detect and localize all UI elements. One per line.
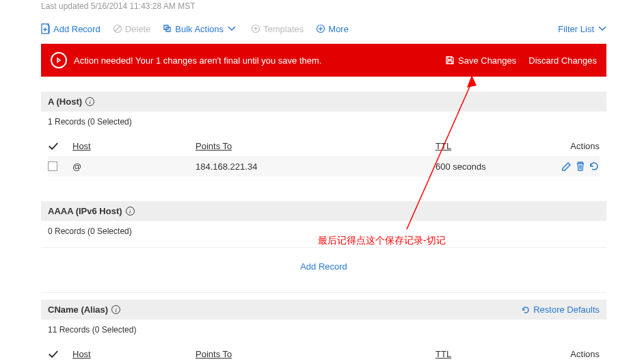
header-ttl[interactable]: TTL xyxy=(435,141,545,151)
cell-points-to: 184.168.221.34 xyxy=(196,161,435,172)
restore-defaults-label: Restore Defaults xyxy=(533,304,600,315)
cell-host: @ xyxy=(72,161,196,172)
table-header-row: Host Points To TTL Actions xyxy=(48,136,600,156)
discard-changes-label: Discard Changes xyxy=(528,55,597,66)
header-ttl[interactable]: TTL xyxy=(435,349,545,359)
discard-changes-button[interactable]: Discard Changes xyxy=(528,55,597,66)
alert-icon xyxy=(51,52,67,68)
header-actions: Actions xyxy=(545,349,600,359)
alert-banner: Action needed! Your 1 changes aren't fin… xyxy=(41,44,606,77)
revert-icon[interactable] xyxy=(586,161,600,172)
section-title: CName (Alias) xyxy=(48,304,108,315)
more-icon xyxy=(316,24,325,34)
more-button[interactable]: More xyxy=(316,24,349,34)
chevron-down-icon xyxy=(228,26,236,31)
last-updated: Last updated 5/16/2014 11:43:28 AM MST xyxy=(41,0,606,23)
header-host[interactable]: Host xyxy=(72,141,196,151)
filter-list-label: Filter List xyxy=(558,24,594,34)
save-icon xyxy=(445,55,455,65)
delete-label: Delete xyxy=(125,24,151,34)
header-actions: Actions xyxy=(545,141,600,151)
restore-icon xyxy=(521,305,531,315)
section-header-cname: CName (Alias) i Restore Defaults xyxy=(41,300,606,320)
alert-message: Action needed! Your 1 changes aren't fin… xyxy=(74,55,433,66)
chevron-down-icon xyxy=(598,26,606,31)
section-title: AAAA (IPv6 Host) xyxy=(48,206,122,216)
save-changes-button[interactable]: Save Changes xyxy=(445,55,516,66)
header-host[interactable]: Host xyxy=(72,349,196,359)
select-all-check[interactable] xyxy=(48,350,72,359)
select-all-check[interactable] xyxy=(48,142,72,151)
filter-list-button[interactable]: Filter List xyxy=(558,24,606,34)
bulk-actions-icon xyxy=(163,24,172,34)
restore-defaults-button[interactable]: Restore Defaults xyxy=(521,304,600,315)
templates-icon xyxy=(251,24,260,34)
section-header-aaaa: AAAA (IPv6 Host) i xyxy=(41,201,606,221)
templates-label: Templates xyxy=(263,24,304,34)
bulk-actions-button[interactable]: Bulk Actions xyxy=(163,24,239,34)
table-row: @ 184.168.221.34 600 seconds xyxy=(48,156,600,177)
cell-ttl: 600 seconds xyxy=(435,161,545,172)
delete-button: Delete xyxy=(113,24,151,34)
bulk-actions-label: Bulk Actions xyxy=(175,24,224,34)
header-points-to[interactable]: Points To xyxy=(196,141,435,151)
add-record-label: Add Record xyxy=(53,24,100,34)
header-points-to[interactable]: Points To xyxy=(196,349,435,359)
section-count-aaaa: 0 Records (0 Selected) xyxy=(41,221,606,242)
add-record-icon xyxy=(41,23,51,34)
section-title: A (Host) xyxy=(48,96,82,107)
info-icon[interactable]: i xyxy=(126,207,135,216)
table-header-row: Host Points To TTL Actions xyxy=(48,344,600,364)
more-label: More xyxy=(328,24,349,34)
info-icon[interactable]: i xyxy=(111,305,120,314)
section-header-a-host: A (Host) i xyxy=(41,92,606,112)
toolbar: Add Record Delete Bulk Actions Templates xyxy=(41,23,606,44)
svg-marker-10 xyxy=(467,75,477,88)
section-count-a-host: 1 Records (0 Selected) xyxy=(41,112,606,132)
info-icon[interactable]: i xyxy=(85,97,94,106)
delete-icon xyxy=(113,24,122,34)
save-changes-label: Save Changes xyxy=(458,55,516,66)
trash-icon[interactable] xyxy=(572,161,586,172)
svg-line-4 xyxy=(115,26,120,31)
section-count-cname: 11 Records (0 Selected) xyxy=(41,320,606,340)
add-record-link[interactable]: Add Record xyxy=(41,248,606,292)
templates-button: Templates xyxy=(251,24,304,34)
edit-icon[interactable] xyxy=(559,161,572,172)
add-record-button[interactable]: Add Record xyxy=(41,23,100,34)
row-checkbox[interactable] xyxy=(48,161,57,171)
